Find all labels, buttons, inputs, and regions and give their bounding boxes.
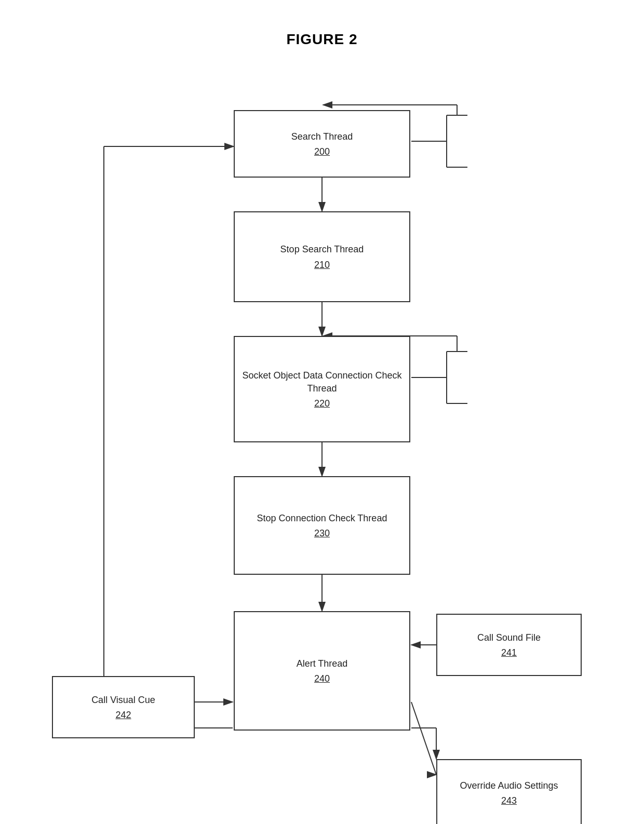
stop-connection-box: Stop Connection Check Thread 230 (234, 476, 410, 575)
stop-connection-label: Stop Connection Check Thread (257, 512, 387, 525)
alert-thread-box: Alert Thread 240 (234, 611, 410, 731)
override-audio-number: 243 (501, 795, 517, 806)
alert-thread-label: Alert Thread (297, 657, 348, 670)
stop-search-thread-number: 210 (314, 260, 330, 271)
search-thread-box: Search Thread 200 (234, 110, 410, 178)
search-thread-number: 200 (314, 146, 330, 157)
alert-thread-number: 240 (314, 673, 330, 684)
stop-connection-number: 230 (314, 528, 330, 539)
call-sound-file-label: Call Sound File (477, 631, 541, 644)
search-thread-label: Search Thread (291, 130, 353, 143)
socket-object-number: 220 (314, 398, 330, 409)
override-audio-box: Override Audio Settings 243 (436, 759, 582, 824)
call-visual-cue-label: Call Visual Cue (91, 694, 155, 707)
call-sound-file-box: Call Sound File 241 (436, 614, 582, 676)
call-visual-cue-number: 242 (115, 710, 131, 721)
call-visual-cue-box: Call Visual Cue 242 (52, 676, 195, 738)
socket-object-box: Socket Object Data Connection Check Thre… (234, 336, 410, 442)
page-title: FIGURE 2 (0, 0, 644, 48)
socket-object-label: Socket Object Data Connection Check Thre… (240, 369, 404, 395)
override-audio-label: Override Audio Settings (460, 779, 558, 792)
call-sound-file-number: 241 (501, 647, 517, 658)
svg-line-22 (411, 702, 436, 775)
stop-search-thread-label: Stop Search Thread (280, 243, 364, 256)
diagram: Search Thread 200 Stop Search Thread 210… (0, 79, 644, 824)
stop-search-thread-box: Stop Search Thread 210 (234, 211, 410, 302)
